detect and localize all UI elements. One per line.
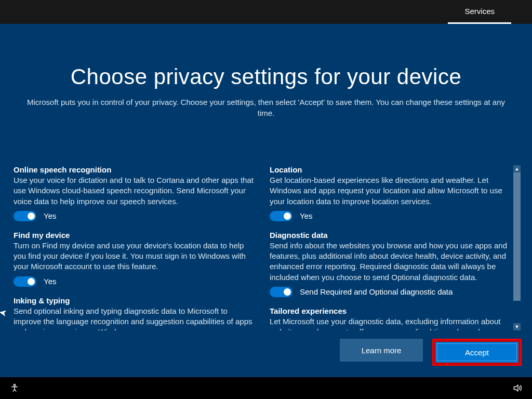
scroll-down-icon[interactable]: ▼ — [513, 323, 521, 330]
scroll-track[interactable] — [513, 172, 521, 323]
setting-title: Inking & typing — [14, 296, 255, 305]
setting-inking: Inking & typing Send optional inking and… — [14, 296, 255, 331]
toggle-label: Yes — [44, 211, 56, 220]
setting-desc: Get location-based experiences like dire… — [270, 175, 511, 207]
settings-right-column: Location Get location-based experiences … — [270, 165, 511, 330]
cursor-icon: ➤ — [0, 307, 8, 319]
setting-title: Diagnostic data — [270, 231, 511, 240]
setting-tailored: Tailored experiences Let Microsoft use y… — [270, 307, 511, 330]
settings-area: Online speech recognition Use your voice… — [14, 165, 521, 330]
setting-desc: Let Microsoft use your diagnostic data, … — [270, 316, 511, 330]
toggle-location[interactable] — [270, 211, 292, 221]
setting-desc: Send info about the websites you browse … — [270, 241, 511, 283]
main-panel: Choose privacy settings for your device … — [0, 24, 532, 377]
setting-desc: Use your voice for dictation and to talk… — [14, 175, 255, 207]
toggle-label: Yes — [44, 277, 56, 286]
toggle-diagnostic[interactable] — [270, 287, 292, 297]
setting-title: Find my device — [14, 231, 255, 240]
settings-left-column: Online speech recognition Use your voice… — [14, 165, 255, 330]
toggle-find-my-device[interactable] — [14, 276, 36, 287]
svg-point-0 — [14, 384, 15, 386]
tab-services[interactable]: Services — [448, 0, 511, 24]
page-title: Choose privacy settings for your device — [0, 64, 532, 89]
accept-highlight: Accept — [432, 339, 522, 366]
setting-title: Tailored experiences — [270, 307, 511, 315]
page-subtitle: Microsoft puts you in control of your pr… — [22, 97, 510, 118]
scroll-up-icon[interactable]: ▲ — [513, 165, 521, 172]
bottombar — [0, 377, 532, 399]
setting-find-my-device: Find my device Turn on Find my device an… — [14, 231, 255, 287]
accept-button[interactable]: Accept — [435, 342, 518, 363]
setting-diagnostic: Diagnostic data Send info about the webs… — [270, 231, 511, 297]
setting-desc: Turn on Find my device and use your devi… — [14, 241, 255, 272]
heading: Choose privacy settings for your device — [0, 24, 532, 89]
toggle-label: Yes — [300, 211, 312, 220]
setting-location: Location Get location-based experiences … — [270, 165, 511, 221]
topbar: Services — [0, 0, 532, 24]
setting-title: Location — [270, 165, 511, 174]
setting-title: Online speech recognition — [14, 165, 255, 174]
toggle-label: Send Required and Optional diagnostic da… — [300, 287, 453, 296]
accessibility-icon[interactable] — [9, 383, 20, 393]
scroll-thumb[interactable] — [513, 172, 521, 301]
toggle-speech[interactable] — [14, 211, 36, 221]
learn-more-button[interactable]: Learn more — [340, 339, 423, 362]
scrollbar[interactable]: ▲ ▼ — [513, 165, 521, 330]
footer-buttons: Learn more Accept — [340, 339, 522, 366]
setting-speech: Online speech recognition Use your voice… — [14, 165, 255, 221]
setting-desc: Send optional inking and typing diagnost… — [14, 306, 255, 331]
volume-icon[interactable] — [512, 383, 523, 393]
